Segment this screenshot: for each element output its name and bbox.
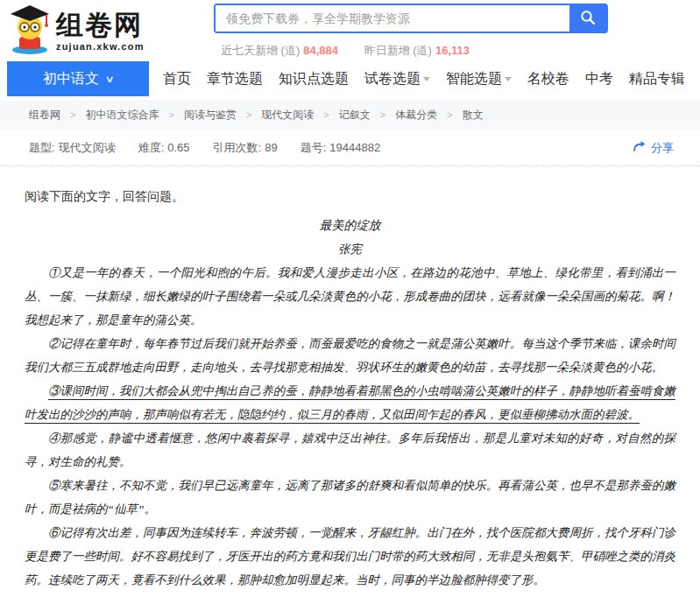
nav-item-home[interactable]: 首页	[163, 61, 191, 96]
question-prompt: 阅读下面的文字，回答问题。	[25, 185, 675, 208]
share-label: 分享	[651, 140, 674, 156]
new-items-stats: 近七天新增 (道)84,884 昨日新增 (道)16,113	[214, 43, 608, 59]
search-button[interactable]	[569, 5, 606, 32]
nav-item-chapter-select[interactable]: 章节选题	[207, 61, 263, 96]
breadcrumb-separator: >	[70, 109, 75, 120]
top-bar: 组卷网 zujuan.xkw.com 近七天新增 (道)84,884 昨日新增 …	[0, 0, 700, 60]
logo[interactable]: 组卷网 zujuan.xkw.com	[5, 4, 209, 58]
essay-paragraph-6: ⑥记得有次出差，同事因为连续转车，奔波劳顿，一觉醒来，牙龈红肿。出门在外，找个医…	[25, 521, 675, 592]
essay-paragraph-1: ①又是一年的春天，一个阳光和煦的午后。我和爱人漫步走出小区，在路边的花池中、草地…	[25, 261, 675, 332]
breadcrumb-separator: >	[246, 109, 251, 120]
breadcrumb-item[interactable]: 记叙文	[339, 108, 371, 123]
breadcrumb-separator: >	[380, 109, 385, 120]
meta-difficulty: 难度:0.65	[138, 140, 190, 156]
question-content: 阅读下面的文字，回答问题。 最美的绽放 张宪 ①又是一年的春天，一个阳光和煦的午…	[0, 166, 700, 597]
essay-paragraph-2: ②记得在童年时，每年春节过后我们就开始养蚕，而蚕最爱吃的食物之一就是蒲公英嫩叶。…	[25, 332, 675, 379]
search-box	[214, 4, 608, 33]
breadcrumb-item[interactable]: 现代文阅读	[261, 108, 314, 123]
search-icon	[580, 10, 596, 28]
nav-item-zhongkao[interactable]: 中考	[585, 61, 613, 96]
breadcrumb-separator: >	[447, 109, 452, 120]
chevron-down-icon: ∨	[104, 74, 114, 85]
stat-week-label: 近七天新增 (道)	[221, 44, 300, 57]
meta-question-id: 题号:19444882	[301, 140, 380, 156]
logo-title: 组卷网	[56, 11, 145, 40]
subject-selector-label: 初中语文	[43, 70, 99, 88]
breadcrumb-item[interactable]: 初中语文综合库	[85, 108, 159, 123]
breadcrumb-separator: >	[168, 109, 173, 120]
search-input[interactable]	[216, 5, 569, 32]
dropdown-marker-icon	[423, 77, 430, 81]
meta-citation-count: 引用次数:89	[213, 140, 278, 156]
breadcrumb-item[interactable]: 阅读与鉴赏	[184, 108, 237, 123]
breadcrumb-item[interactable]: 组卷网	[29, 108, 60, 123]
nav-item-knowledge-select[interactable]: 知识点选题	[279, 61, 349, 96]
dropdown-marker-icon	[505, 77, 512, 81]
stat-week-value: 84,884	[303, 44, 338, 57]
essay-title: 最美的绽放	[25, 214, 675, 237]
essay-author: 张宪	[25, 237, 675, 261]
essay-paragraph-5: ⑤寒来暑往，不知不觉，我们早已远离童年，远离了那诸多的舒爽和看似简单的快乐。再看…	[25, 474, 675, 521]
logo-mascot-icon	[5, 4, 54, 58]
logo-domain: zujuan.xkw.com	[56, 41, 145, 52]
main-nav: 初中语文 ∨ 首页 章节选题 知识点选题 试卷选题 智能选题 名校卷 中考 精品…	[0, 61, 700, 96]
nav-item-smart-select[interactable]: 智能选题	[446, 61, 512, 96]
nav-item-premium-albums[interactable]: 精品专辑	[629, 61, 685, 96]
nav-item-elite-school-papers[interactable]: 名校卷	[527, 61, 569, 96]
stat-yesterday-label: 昨日新增 (道)	[364, 44, 432, 57]
essay-paragraph-3-underlined: ③课间时间，我们大都会从兜中掏出自己养的蚕，静静地看着那黑色的小虫啃啮蒲公英嫩叶…	[25, 379, 675, 426]
meta-question-type: 题型:现代文阅读	[29, 140, 116, 156]
subject-selector-button[interactable]: 初中语文 ∨	[7, 61, 149, 96]
share-icon	[633, 140, 647, 155]
share-button[interactable]: 分享	[633, 140, 674, 156]
breadcrumb: 组卷网 > 初中语文综合库 > 阅读与鉴赏 > 现代文阅读 > 记叙文 > 体裁…	[0, 100, 700, 130]
nav-item-paper-select[interactable]: 试卷选题	[364, 61, 430, 96]
breadcrumb-item[interactable]: 散文	[463, 108, 484, 123]
essay-paragraph-4: ④那感觉，静谧中透着惬意，悠闲中裹着探寻，嬉戏中泛出神往。多年后我悟出，那是儿童…	[25, 426, 675, 474]
stat-yesterday-value: 16,113	[435, 44, 470, 57]
essay-paragraph-7: ⑦刚巧，宾馆的服务员送来一些晒干的蒲公英，说是泡水喝，清热祛火，消肿散结。这样连…	[25, 592, 675, 597]
breadcrumb-separator: >	[323, 109, 329, 120]
question-meta-row: 题型:现代文阅读 难度:0.65 引用次数:89 题号:19444882 分享	[0, 130, 700, 166]
breadcrumb-item[interactable]: 体裁分类	[395, 108, 437, 123]
